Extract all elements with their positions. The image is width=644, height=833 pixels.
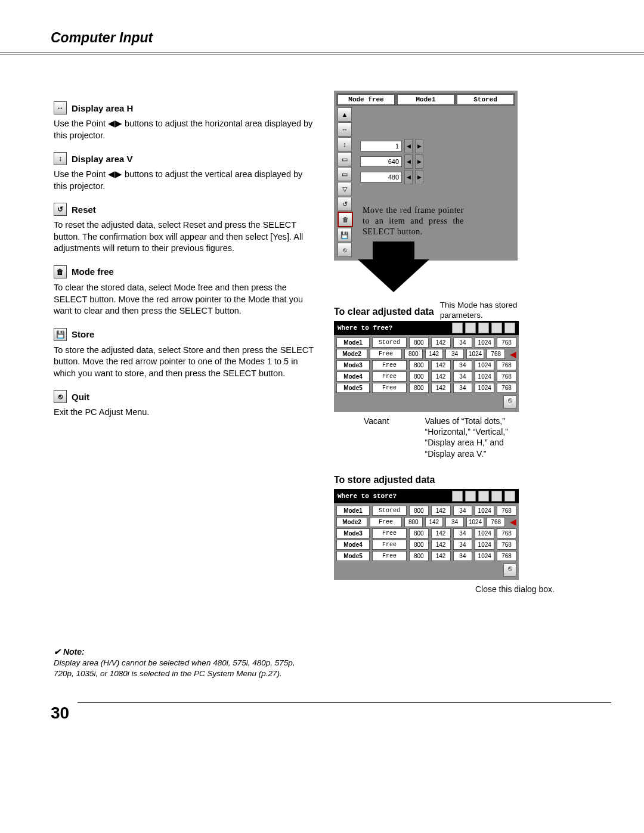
store-item-icon[interactable]: 💾 <box>338 228 352 242</box>
table-row[interactable]: Mode4Free800142341024768 <box>336 371 516 382</box>
value-cell: 1024 <box>475 371 494 382</box>
table-row[interactable]: Mode1Stored800142341024768 <box>336 337 516 348</box>
value-cell: 800 <box>404 517 423 527</box>
table-row[interactable]: Mode2Free800142341024768◀ <box>336 517 516 527</box>
tab-stored[interactable]: Stored <box>457 94 514 105</box>
quit-item-icon[interactable]: ⎋ <box>338 243 352 257</box>
status-cell: Free <box>370 517 402 527</box>
close-dialog-icon[interactable]: ⎋ <box>503 563 516 577</box>
reset-item-icon[interactable]: ↺ <box>338 197 352 211</box>
value-cell: 34 <box>453 506 473 516</box>
display-v-item-icon[interactable]: ↕ <box>338 137 352 151</box>
value-cell: 142 <box>431 371 451 382</box>
value-cell: 768 <box>487 517 505 527</box>
value-cell: 34 <box>453 383 473 393</box>
section-body: To reset the adjusted data, select Reset… <box>54 219 316 255</box>
section-title: Display area H <box>72 103 133 113</box>
mode-cell: Mode5 <box>336 383 370 393</box>
red-arrow-icon: ◀ <box>510 349 516 359</box>
item-icon[interactable]: ▭ <box>338 152 352 166</box>
table-row[interactable]: Mode5Free800142341024768 <box>336 383 516 393</box>
value-cell: 800 <box>409 371 429 382</box>
right-arrow-button[interactable]: ▶ <box>415 170 423 184</box>
scroll-down-icon[interactable]: ▽ <box>338 182 352 196</box>
value-cell: 34 <box>453 360 473 370</box>
table-row[interactable]: Mode5Free800142341024768 <box>336 551 516 561</box>
left-arrow-button[interactable]: ◀ <box>404 154 413 169</box>
value-cell: 34 <box>453 337 473 348</box>
mode-cell: Mode2 <box>336 517 367 527</box>
value-cell: 800 <box>409 506 429 516</box>
section-heading-quit: ⎋ Quit <box>54 390 316 403</box>
status-cell: Stored <box>372 337 407 348</box>
status-cell: Free <box>372 551 407 561</box>
tab-mode-free[interactable]: Mode free <box>338 94 395 105</box>
value-cell: 142 <box>431 551 451 561</box>
section-title: Reset <box>72 205 96 215</box>
value-cell: 768 <box>497 540 516 550</box>
status-cell: Free <box>370 349 402 359</box>
value-cell: 768 <box>497 383 516 393</box>
value-cell: 480 <box>360 172 402 182</box>
value-cell: 34 <box>453 540 473 550</box>
value-cell: 1024 <box>475 506 494 516</box>
value-cell: 34 <box>453 371 473 382</box>
value-cell: 1024 <box>475 337 494 348</box>
right-arrow-button[interactable]: ▶ <box>415 139 423 153</box>
value-cell: 1024 <box>475 360 494 370</box>
value-cell: 34 <box>453 551 473 561</box>
mode-free-item-icon[interactable]: 🗑 <box>338 212 353 227</box>
table-row[interactable]: Mode3Free800142341024768 <box>336 360 516 370</box>
section-title: Display area V <box>72 154 133 164</box>
display-h-item-icon[interactable]: ↔ <box>338 122 352 137</box>
scroll-up-icon[interactable]: ▲ <box>338 107 352 122</box>
left-column: ↔ Display area H Use the Point ◀▶ button… <box>54 91 316 594</box>
section-heading-reset: ↺ Reset <box>54 203 316 216</box>
mode-cell: Mode1 <box>336 337 370 348</box>
close-dialog-icon[interactable]: ⎋ <box>503 395 516 408</box>
mode-cell: Mode4 <box>336 371 370 382</box>
right-column: Mode free Mode1 Stored ▲ ↔ ↕ ▭ ▭ ▽ ↺ 🗑 💾… <box>334 91 561 594</box>
table-row[interactable]: Mode4Free800142341024768 <box>336 540 516 550</box>
where-to-free-dialog: Where to free? Mode1Stored80014234102476… <box>334 321 519 412</box>
mode-cell: Mode4 <box>336 540 370 550</box>
section-body: To store the adjusted data, select Store… <box>54 345 316 380</box>
header-icon <box>452 491 463 501</box>
value-cell: 142 <box>431 506 451 516</box>
page-number: 30 <box>51 704 69 723</box>
dialog-title: Where to free? <box>338 324 450 332</box>
value-cell: 142 <box>431 528 451 538</box>
table-row[interactable]: Mode2Free800142341024768◀ <box>336 349 516 359</box>
table-row[interactable]: Mode3Free800142341024768 <box>336 528 516 538</box>
section-body: Exit the PC Adjust Menu. <box>54 407 316 419</box>
value-cell: 142 <box>431 540 451 550</box>
value-cell: 768 <box>497 337 516 348</box>
values-annotation: Values of “Total dots,” “Horizontal,” “V… <box>425 416 527 459</box>
where-to-store-dialog: Where to store? Mode1Stored8001423410247… <box>334 489 519 580</box>
close-annotation: Close this dialog box. <box>334 584 555 594</box>
left-arrow-button[interactable]: ◀ <box>404 139 413 153</box>
section-heading-display-area-v: ↕ Display area V <box>54 152 316 165</box>
mode-cell: Mode5 <box>336 551 370 561</box>
item-icon[interactable]: ▭ <box>338 167 352 181</box>
tab-mode1[interactable]: Mode1 <box>397 94 454 105</box>
section-heading-store: 💾 Store <box>54 328 316 341</box>
right-arrow-button[interactable]: ▶ <box>415 154 423 169</box>
red-arrow-icon: ◀ <box>510 517 516 527</box>
table-row[interactable]: Mode1Stored800142341024768 <box>336 506 516 516</box>
status-cell: Free <box>372 528 407 538</box>
left-arrow-button[interactable]: ◀ <box>404 170 413 184</box>
value-cell: 1024 <box>466 517 485 527</box>
value-cell: 768 <box>487 349 505 359</box>
reset-icon: ↺ <box>54 203 67 216</box>
value-cell: 800 <box>409 383 429 393</box>
pc-adjust-dialog: Mode free Mode1 Stored ▲ ↔ ↕ ▭ ▭ ▽ ↺ 🗑 💾… <box>334 91 518 261</box>
value-cell: 1 <box>360 141 402 151</box>
value-cell: 142 <box>425 349 444 359</box>
header-icon <box>504 323 515 333</box>
status-cell: Free <box>372 360 407 370</box>
value-cell: 768 <box>497 506 516 516</box>
display-v-icon: ↕ <box>54 152 67 165</box>
clear-heading: To clear adjusted data <box>334 306 434 317</box>
section-body: To clear the stored data, select Mode fr… <box>54 282 316 317</box>
